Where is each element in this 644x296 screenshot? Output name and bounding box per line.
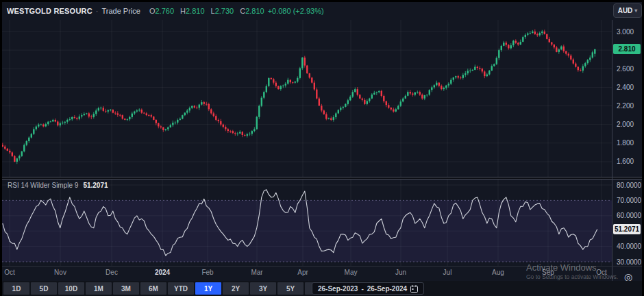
pane-separator[interactable] (2, 177, 642, 180)
range-button-1d[interactable]: 1D (3, 282, 29, 295)
close-value: C2.810 (240, 7, 264, 15)
range-button-5d[interactable]: 5D (31, 282, 57, 295)
date-to: 26-Sep-2024 (367, 285, 407, 293)
range-button-6m[interactable]: 6M (140, 282, 166, 295)
date-from: 26-Sep-2023 (318, 285, 358, 293)
range-button-1m[interactable]: 1M (86, 282, 112, 295)
rsi-label: RSI 14 Wilder Simple 951.2071 (8, 182, 108, 189)
symbol-name: WESTGOLD RESOURC (7, 7, 92, 15)
rsi-tick: 80.0000 (617, 181, 641, 190)
calendar-icon (410, 285, 418, 293)
month-label-nov[interactable]: Nov (54, 269, 66, 276)
month-label-aug[interactable]: Aug (492, 269, 504, 276)
rsi-tick: 60.0000 (617, 211, 641, 220)
range-button-3m[interactable]: 3M (113, 282, 139, 295)
header-separator: · (96, 7, 99, 15)
range-button-10d[interactable]: 10D (58, 282, 84, 295)
range-button-2y[interactable]: 2Y (223, 282, 249, 295)
price-tick: 2.200 (617, 101, 634, 110)
chart-header: WESTGOLD RESOURC · Trade Price O2.760 H2… (2, 2, 642, 20)
price-tick: 1.600 (617, 157, 634, 166)
price-tick: 2.000 (617, 120, 634, 129)
month-label-mar[interactable]: Mar (251, 269, 262, 276)
month-label-may[interactable]: May (345, 269, 358, 276)
date-range-picker[interactable]: 26-Sep-2023 - 26-Sep-2024 (312, 282, 424, 295)
chevron-down-icon: ▾ (634, 8, 637, 14)
currency-dropdown[interactable]: AUD ▾ (613, 3, 642, 18)
rsi-indicator-chart[interactable] (2, 180, 612, 266)
ohlc-readout: O2.760 H2.810 L2.730 C2.810 (149, 7, 264, 15)
month-label-sep[interactable]: Sep (542, 269, 554, 276)
month-label-oct[interactable]: Oct (596, 269, 607, 276)
trading-app: WESTGOLD RESOURC · Trade Price O2.760 H2… (0, 0, 644, 296)
last-price-badge: 2.810 (613, 44, 641, 54)
price-tick: 2.400 (617, 83, 634, 92)
month-label-jul[interactable]: Jul (443, 269, 452, 276)
rsi-value-badge: 51.2071 (613, 224, 641, 234)
range-button-1y[interactable]: 1Y (195, 282, 221, 295)
range-button-ytd[interactable]: YTD (168, 282, 194, 295)
range-button-3y[interactable]: 3Y (250, 282, 276, 295)
change-value: +0.080 (+2.93%) (268, 7, 324, 15)
price-axis-border (612, 20, 612, 281)
rsi-name: RSI 14 Wilder Simple 9 (8, 182, 78, 189)
month-label-2024[interactable]: 2024 (155, 269, 170, 276)
rsi-tick: 70.0000 (617, 196, 641, 205)
series-label: Trade Price (101, 7, 140, 15)
price-tick: 2.600 (617, 64, 634, 73)
month-label-apr[interactable]: Apr (297, 269, 308, 276)
month-label-feb[interactable]: Feb (201, 269, 213, 276)
rsi-tick: 40.0000 (617, 242, 641, 251)
rsi-tick: 30.0000 (617, 258, 641, 267)
time-axis-border (2, 266, 642, 267)
month-label-oct[interactable]: Oct (4, 269, 15, 276)
low-value: L2.730 (211, 7, 234, 15)
month-label-jun[interactable]: Jun (395, 269, 406, 276)
range-button-5y[interactable]: 5Y (277, 282, 304, 295)
currency-label: AUD (618, 7, 633, 14)
high-value: H2.810 (180, 7, 204, 15)
date-separator: - (361, 285, 363, 293)
open-value: O2.760 (149, 7, 174, 15)
month-label-dec[interactable]: Dec (106, 269, 118, 276)
price-candlestick-chart[interactable] (2, 20, 612, 177)
price-tick: 3.000 (617, 27, 634, 36)
rsi-current-value: 51.2071 (83, 182, 108, 189)
price-tick: 1.800 (617, 138, 634, 147)
